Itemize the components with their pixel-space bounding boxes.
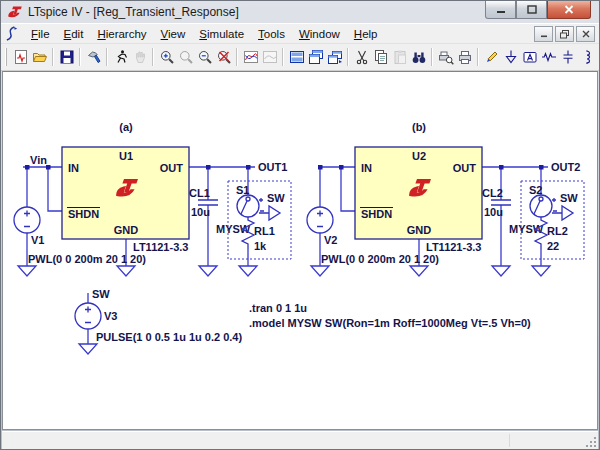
u2-pin-gnd: GND — [407, 224, 432, 236]
child-minimize-button[interactable] — [534, 26, 553, 42]
ground-symbol[interactable] — [18, 266, 36, 276]
rl2-designator: RL2 — [547, 225, 568, 237]
diode-icon — [598, 49, 600, 65]
save-icon — [59, 49, 75, 65]
place-diode-button[interactable] — [596, 47, 599, 67]
toolbar-separator — [106, 48, 108, 66]
child-restore-button[interactable] — [555, 26, 574, 42]
wire-pencil-icon — [484, 49, 500, 65]
regulator-u2[interactable]: U2 IN OUT SHDN GND LT1121-3.3 — [355, 147, 482, 253]
place-resistor-button[interactable] — [539, 47, 558, 67]
junction-dot — [246, 165, 251, 170]
u1-part-number: LT1121-3.3 — [133, 241, 188, 253]
close-button[interactable] — [547, 1, 591, 19]
circuit-a-caption: (a) — [119, 121, 133, 133]
ground-symbol[interactable] — [311, 266, 329, 276]
regulator-u1[interactable]: U1 IN OUT SHDN GND LT1121-3.3 — [62, 147, 189, 253]
net-label-sw: SW — [92, 288, 110, 300]
circuit-a: (a) — [14, 121, 291, 276]
place-ground-button[interactable] — [501, 47, 520, 67]
tile-windows-button[interactable] — [287, 47, 306, 67]
new-schematic-button[interactable] — [11, 47, 30, 67]
draw-wire-button[interactable] — [482, 47, 501, 67]
junction-dot — [206, 165, 211, 170]
schematic-drawing: (a) — [5, 72, 593, 430]
open-button[interactable] — [30, 47, 49, 67]
s1-control-net: SW — [267, 192, 285, 204]
ground-symbol[interactable] — [492, 266, 510, 276]
print-button[interactable] — [455, 47, 474, 67]
junction-dot — [25, 165, 30, 170]
zoom-out-icon — [197, 49, 213, 65]
toolbar — [1, 43, 599, 71]
run-button[interactable] — [111, 47, 130, 67]
child-minimize-icon — [540, 30, 548, 38]
status-bar — [2, 431, 598, 449]
menu-window[interactable]: Window — [292, 26, 347, 42]
child-close-button[interactable] — [576, 26, 595, 42]
menu-edit[interactable]: Edit — [57, 26, 91, 42]
label-net-button[interactable] — [520, 47, 539, 67]
child-close-icon — [582, 30, 590, 38]
ground-symbol[interactable] — [532, 266, 550, 276]
find-button[interactable] — [409, 47, 428, 67]
cut-button[interactable] — [352, 47, 371, 67]
zoom-in-button[interactable] — [157, 47, 176, 67]
ground-symbol[interactable] — [410, 266, 428, 276]
new-window-button[interactable] — [325, 47, 344, 67]
save-button[interactable] — [57, 47, 76, 67]
menu-view[interactable]: View — [154, 26, 193, 42]
plot-settings-icon — [243, 49, 259, 65]
plot-settings-button[interactable] — [241, 47, 260, 67]
junction-dot — [539, 165, 544, 170]
zoom-out-button[interactable] — [195, 47, 214, 67]
capacitor-cl1[interactable]: CL1 10u — [189, 187, 218, 218]
cascade-windows-button[interactable] — [306, 47, 325, 67]
control-panel-button[interactable] — [84, 47, 103, 67]
toolbar-separator — [477, 48, 479, 66]
net-label-out2[interactable]: OUT2 — [551, 161, 580, 173]
u2-pin-shdn: SHDN — [361, 208, 392, 220]
ground-symbol[interactable] — [117, 266, 135, 276]
ground-icon — [503, 49, 519, 65]
maximize-button[interactable] — [516, 1, 547, 19]
toolbar-grip[interactable] — [5, 48, 7, 66]
cl2-value: 10u — [484, 206, 503, 218]
ground-symbol[interactable] — [239, 266, 257, 276]
u1-pin-out: OUT — [160, 162, 184, 174]
place-capacitor-button[interactable] — [558, 47, 577, 67]
ground-symbol[interactable] — [79, 344, 97, 354]
place-inductor-button[interactable] — [577, 47, 596, 67]
switch-s1[interactable]: S1 SW MYSW — [216, 184, 285, 235]
toolbar-separator — [79, 48, 81, 66]
ground-symbol[interactable] — [199, 266, 217, 276]
status-separator — [509, 434, 510, 447]
menu-file[interactable]: File — [24, 26, 57, 42]
hammer-icon — [86, 49, 102, 65]
zoom-back-icon — [178, 49, 194, 65]
spice-directive-model[interactable]: .model MYSW SW(Ron=1m Roff=1000Meg Vt=.5… — [249, 317, 531, 329]
new-window-icon — [327, 49, 343, 65]
zoom-full-extents-button[interactable] — [214, 47, 233, 67]
menu-tools[interactable]: Tools — [251, 26, 292, 42]
window-title: LTspice IV - [Reg_Transient_Response] — [28, 5, 239, 19]
print-preview-button[interactable] — [436, 47, 455, 67]
spice-directive-tran[interactable]: .tran 0 1 1u — [249, 302, 307, 314]
capacitor-cl2[interactable]: CL2 10u — [482, 187, 511, 218]
net-label-vin[interactable]: Vin — [30, 154, 47, 166]
circuit-b-caption: (b) — [412, 121, 426, 133]
menu-help[interactable]: Help — [347, 26, 385, 42]
minimize-button[interactable] — [485, 1, 516, 19]
menu-hierarchy[interactable]: Hierarchy — [90, 26, 153, 42]
v2-designator: V2 — [324, 234, 337, 246]
voltage-source-v3[interactable]: SW V3 PULSE(1 0 0.5 1u 1u 0.2 0.4) — [75, 288, 242, 354]
switch-s2[interactable]: S2 SW MYSW — [509, 184, 578, 235]
menu-simulate[interactable]: Simulate — [192, 26, 251, 42]
tile-windows-icon — [289, 49, 305, 65]
resize-grip[interactable] — [585, 436, 597, 448]
toolbar-separator — [282, 48, 284, 66]
circuit-b: (b) U2 — [307, 121, 584, 276]
copy-button[interactable] — [371, 47, 390, 67]
schematic-canvas[interactable]: (a) — [2, 71, 598, 430]
net-label-out1[interactable]: OUT1 — [258, 161, 287, 173]
